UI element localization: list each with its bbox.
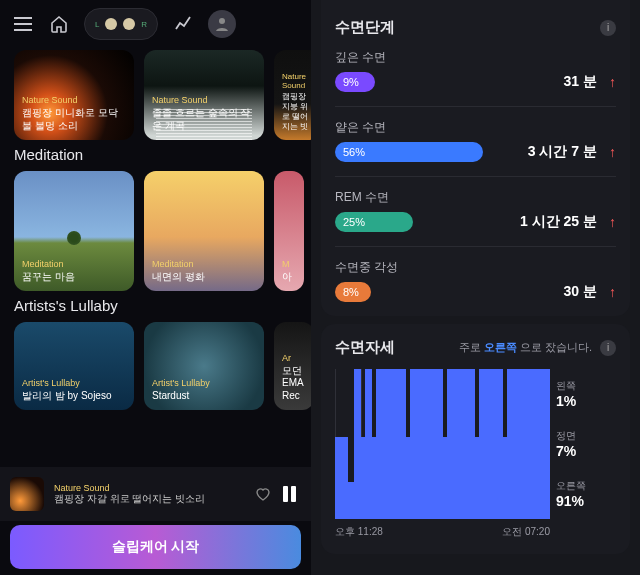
stage-label: REM 수면 — [335, 189, 616, 206]
card-title: Stardust — [152, 390, 256, 403]
axis-end: 오전 07:20 — [502, 525, 550, 539]
stage-pct: 25% — [343, 216, 365, 228]
stage-rem: REM 수면 25% 1 시간 25 분 ↑ — [335, 189, 616, 232]
sleep-stats-app: 수면단계 i 깊은 수면 9% 31 분 ↑ 얕은 수면 56% 3 시간 7 … — [311, 0, 640, 575]
svg-point-0 — [219, 18, 225, 24]
now-playing-text: Nature Sound 캠핑장 자갈 위로 떨어지는 빗소리 — [54, 483, 243, 505]
meditation-card-peace[interactable]: Meditation 내면의 평화 — [144, 171, 264, 291]
nature-card-camp[interactable]: Nature Sound 캠핑장 지붕 위로 떨어지는 빗 — [274, 50, 311, 140]
divider — [335, 176, 616, 177]
legend-left-pct: 1% — [556, 393, 616, 409]
card-title: 졸졸 흐르는 숲속의 작은 계곡 — [152, 107, 256, 132]
divider — [335, 246, 616, 247]
earbud-right-icon — [123, 18, 135, 30]
posture-subtitle: 주로 오른쪽 으로 잤습니다. — [459, 340, 592, 355]
stage-wake: 수면중 각성 8% 30 분 ↑ — [335, 259, 616, 302]
meditation-card-dream[interactable]: Meditation 꿈꾸는 마음 — [14, 171, 134, 291]
card-label: Meditation — [152, 259, 256, 269]
lullaby-row: Artist's Lullaby 발리의 밤 by Sojeso Artist'… — [0, 322, 311, 410]
earbud-left-icon — [105, 18, 117, 30]
card-title: 모던 EMA Rec — [282, 365, 306, 403]
legend-left-label: 왼쪽 — [556, 379, 616, 393]
stage-pill: 56% — [335, 142, 483, 162]
stage-pct: 8% — [343, 286, 359, 298]
card-label: Artist's Lullaby — [152, 378, 256, 388]
earbud-pill[interactable]: L R — [84, 8, 158, 40]
arrow-up-icon: ↑ — [609, 144, 616, 160]
posture-legend: 왼쪽 1% 정면 7% 오른쪽 91% — [556, 369, 616, 519]
sleep-posture-panel: 수면자세 주로 오른쪽 으로 잤습니다. i 왼쪽 — [321, 324, 630, 554]
stage-label: 깊은 수면 — [335, 49, 616, 66]
arrow-up-icon: ↑ — [609, 214, 616, 230]
now-playing-category: Nature Sound — [54, 483, 243, 493]
card-title: 꿈꾸는 마음 — [22, 271, 126, 284]
card-label: Nature Sound — [22, 95, 126, 105]
stage-value: 30 분 — [564, 283, 597, 301]
cta-label: 슬립케어 시작 — [112, 538, 200, 556]
nature-sound-row: Nature Sound 캠핑장 미니화로 모닥불 불멍 소리 Nature S… — [0, 50, 311, 140]
lullaby-card-bali[interactable]: Artist's Lullaby 발리의 밤 by Sojeso — [14, 322, 134, 410]
meditation-row: Meditation 꿈꾸는 마음 Meditation 내면의 평화 M 아 — [0, 171, 311, 291]
card-title: 캠핑장 미니화로 모닥불 불멍 소리 — [22, 107, 126, 132]
card-label: Artist's Lullaby — [22, 378, 126, 388]
section-meditation-title: Meditation — [0, 140, 311, 171]
stage-deep: 깊은 수면 9% 31 분 ↑ — [335, 49, 616, 92]
sleep-stages-panel: 수면단계 i 깊은 수면 9% 31 분 ↑ 얕은 수면 56% 3 시간 7 … — [321, 0, 630, 316]
stage-pill: 8% — [335, 282, 371, 302]
legend-right-label: 오른쪽 — [556, 479, 616, 493]
posture-title: 수면자세 — [335, 338, 395, 357]
legend-front-label: 정면 — [556, 429, 616, 443]
now-playing-bar: Nature Sound 캠핑장 자갈 위로 떨어지는 빗소리 — [0, 467, 311, 521]
section-lullaby-title: Artists's Lullaby — [0, 291, 311, 322]
axis-start: 오후 11:28 — [335, 525, 383, 539]
stage-pill: 9% — [335, 72, 375, 92]
sleep-stages-title: 수면단계 — [335, 18, 395, 37]
nature-card-fire[interactable]: Nature Sound 캠핑장 미니화로 모닥불 불멍 소리 — [14, 50, 134, 140]
now-playing-thumb[interactable] — [10, 477, 44, 511]
posture-graph — [335, 369, 550, 519]
stage-pct: 56% — [343, 146, 365, 158]
card-label: M — [282, 259, 296, 269]
app-header: L R — [0, 0, 311, 48]
stage-value: 31 분 — [564, 73, 597, 91]
meditation-card-3[interactable]: M 아 — [274, 171, 304, 291]
stage-label: 얕은 수면 — [335, 119, 616, 136]
graph-bars — [335, 369, 550, 519]
legend-front-pct: 7% — [556, 443, 616, 459]
info-icon[interactable]: i — [600, 20, 616, 36]
sleepcare-start-button[interactable]: 슬립케어 시작 — [10, 525, 301, 569]
now-playing-title: 캠핑장 자갈 위로 떨어지는 빗소리 — [54, 493, 243, 505]
avatar[interactable] — [208, 10, 236, 38]
card-title: 캠핑장 지붕 위로 떨어지는 빗 — [282, 92, 311, 132]
pause-button[interactable] — [283, 486, 301, 502]
earbud-l-label: L — [95, 20, 99, 29]
arrow-up-icon: ↑ — [609, 284, 616, 300]
music-app: L R Nature Sound 캠핑장 미니화로 모닥불 불멍 소리 Natu… — [0, 0, 311, 575]
stage-value: 1 시간 25 분 — [520, 213, 597, 231]
card-label: Ar — [282, 353, 306, 363]
lullaby-card-modern[interactable]: Ar 모던 EMA Rec — [274, 322, 311, 410]
nature-card-stream[interactable]: Nature Sound 졸졸 흐르는 숲속의 작은 계곡 — [144, 50, 264, 140]
card-label: Nature Sound — [282, 72, 311, 90]
stage-pct: 9% — [343, 76, 359, 88]
stage-pill: 25% — [335, 212, 413, 232]
graph-axis: 오후 11:28 오전 07:20 — [335, 525, 616, 539]
heart-icon[interactable] — [253, 485, 273, 503]
card-title: 아 — [282, 271, 296, 284]
card-label: Meditation — [22, 259, 126, 269]
earbud-r-label: R — [141, 20, 147, 29]
divider — [335, 106, 616, 107]
lullaby-card-stardust[interactable]: Artist's Lullaby Stardust — [144, 322, 264, 410]
stage-value: 3 시간 7 분 — [528, 143, 597, 161]
stage-light: 얕은 수면 56% 3 시간 7 분 ↑ — [335, 119, 616, 162]
stats-icon[interactable] — [172, 13, 194, 35]
legend-right-pct: 91% — [556, 493, 616, 509]
card-title: 내면의 평화 — [152, 271, 256, 284]
info-icon[interactable]: i — [600, 340, 616, 356]
card-title: 발리의 밤 by Sojeso — [22, 390, 126, 403]
menu-icon[interactable] — [12, 13, 34, 35]
card-label: Nature Sound — [152, 95, 256, 105]
home-icon[interactable] — [48, 13, 70, 35]
arrow-up-icon: ↑ — [609, 74, 616, 90]
stage-label: 수면중 각성 — [335, 259, 616, 276]
